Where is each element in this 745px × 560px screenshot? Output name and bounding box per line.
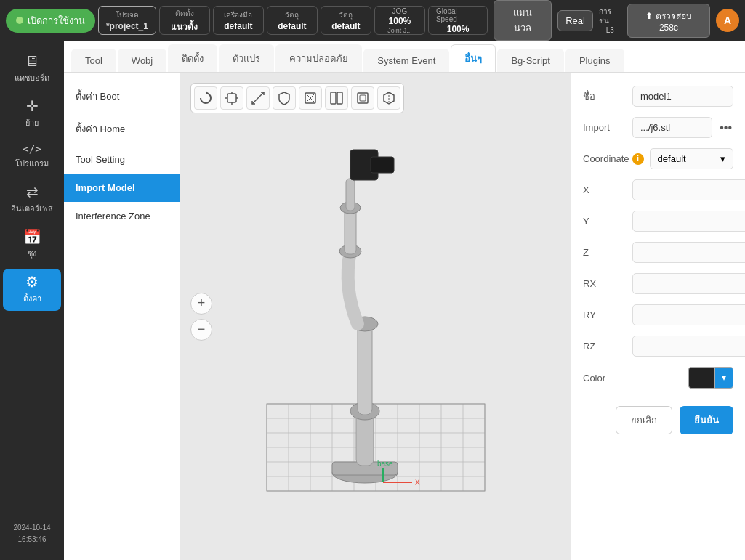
sidebar: 🖥 แดชบอร์ด ✛ ย้าย </> โปรแกรม ⇄ อินเตอร์…	[0, 41, 64, 560]
viewport-toolbar	[190, 83, 404, 113]
rz-label: RZ	[583, 341, 627, 352]
calendar-icon: 📅	[23, 230, 41, 244]
svg-rect-40	[345, 208, 356, 254]
menu-item-interference-zone[interactable]: Interference Zone	[64, 202, 180, 230]
project-label: โปรเจค	[116, 9, 139, 20]
menu-item-boot[interactable]: ตั้งค่า Boot	[64, 80, 180, 113]
import-dots[interactable]: •••	[718, 121, 733, 134]
svg-rect-11	[358, 93, 368, 103]
sidebar-item-schedule[interactable]: 📅 ซุง	[3, 224, 61, 266]
tab-variables[interactable]: ตัวแปร	[219, 44, 274, 72]
pan-tool-btn[interactable]	[220, 86, 243, 110]
settings-section: ติดตั้ง แนวตั้ง	[159, 6, 210, 35]
coordinate-info-badge: i	[632, 153, 644, 165]
export-icon: ⬆	[645, 11, 653, 21]
menu-item-import-model[interactable]: Import Model	[64, 174, 180, 202]
target-btn[interactable]	[377, 86, 400, 110]
open-button[interactable]: เปิดการใช้งาน	[6, 9, 95, 33]
tab-tool[interactable]: Tool	[71, 49, 116, 72]
tab-plugins[interactable]: Plugins	[565, 49, 624, 72]
color-dropdown-btn[interactable]: ▾	[714, 367, 733, 389]
sidebar-item-interface[interactable]: ⇄ อินเตอร์เฟส	[3, 179, 61, 221]
sidebar-label-interface: อินเตอร์เฟส	[11, 202, 53, 215]
sidebar-label-program: โปรแกรม	[15, 157, 49, 170]
import-row: Import .../j6.stl •••	[583, 117, 733, 138]
left-menu: ตั้งค่า Boot ตั้งค่า Home Tool Setting I…	[64, 73, 180, 560]
rz-row: RZ	[583, 336, 733, 357]
svg-rect-10	[337, 92, 342, 104]
cube-tool-btn[interactable]	[299, 86, 322, 110]
y-row: Y	[583, 211, 733, 232]
collision-label: การชน	[599, 7, 621, 25]
sidebar-item-program[interactable]: </> โปรแกรม	[3, 138, 61, 176]
topbar: เปิดการใช้งาน โปรเจค *project_1 ติดตั้ง …	[0, 0, 745, 41]
status-dot	[16, 17, 23, 24]
coordinate-label: Coordinate i	[583, 153, 644, 165]
y-label: Y	[583, 216, 627, 227]
tool-value: default	[224, 21, 252, 31]
tab-system-event[interactable]: System Event	[363, 49, 449, 72]
project-section[interactable]: โปรเจค *project_1	[98, 6, 156, 35]
tab-safety[interactable]: ความปลอดภัย	[275, 44, 362, 72]
shield-tool-btn[interactable]	[273, 86, 296, 110]
confirm-button[interactable]: ยืนยัน	[680, 406, 733, 434]
color-picker-group: ▾	[688, 367, 733, 389]
coordinate-row: Coordinate i default ▾	[583, 148, 733, 169]
sidebar-item-dashboard[interactable]: 🖥 แดชบอร์ด	[3, 48, 61, 90]
speed-value: default	[331, 21, 360, 31]
color-swatch[interactable]	[688, 367, 714, 389]
tab-other[interactable]: อื่นๆ	[451, 44, 496, 72]
collision-info: การชน L3	[599, 7, 621, 35]
open-button-label: เปิดการใช้งาน	[28, 13, 85, 28]
sidebar-bottom: 2024-10-14 16:53:46	[13, 516, 50, 560]
menu-item-tool-setting[interactable]: Tool Setting	[64, 145, 180, 174]
z-input[interactable]	[632, 242, 745, 263]
name-value: model1	[632, 86, 733, 107]
sidebar-item-move[interactable]: ✛ ย้าย	[3, 93, 61, 135]
ry-input[interactable]	[632, 304, 745, 325]
svg-line-5	[252, 92, 264, 104]
export-label: ตรวจสอบ 258c	[656, 11, 692, 33]
zoom-in-button[interactable]: +	[190, 293, 212, 315]
user-avatar[interactable]: A	[716, 9, 739, 32]
project-value: *project_1	[106, 21, 148, 31]
rotate-tool-btn[interactable]	[194, 86, 217, 110]
weight-section: วัตถุ default	[267, 6, 318, 35]
sidebar-label-settings: ตั้งค่า	[23, 292, 41, 305]
coordinate-select[interactable]: default ▾	[650, 148, 733, 169]
sidebar-item-settings[interactable]: ⚙ ตั้งค่า	[3, 269, 61, 311]
real-button[interactable]: Real	[557, 10, 593, 31]
settings-label: ติดตั้ง	[175, 8, 194, 19]
frame-btn[interactable]	[351, 86, 374, 110]
jog-label: JOG	[392, 7, 408, 15]
svg-text:X: X	[415, 479, 420, 487]
axis-tool-btn[interactable]	[246, 86, 270, 110]
menu-item-home[interactable]: ตั้งค่า Home	[64, 113, 180, 145]
bottom-buttons: ยกเลิก ยืนยัน	[583, 406, 733, 434]
weight-value: default	[278, 21, 306, 31]
sidebar-label-dashboard: แดชบอร์ด	[15, 71, 49, 84]
cancel-button[interactable]: ยกเลิก	[616, 406, 672, 434]
sidebar-label-move: ย้าย	[25, 116, 39, 129]
split-cube-btn[interactable]	[325, 86, 348, 110]
zoom-out-button[interactable]: −	[190, 319, 212, 341]
rz-input[interactable]	[632, 336, 745, 357]
tab-bg-script[interactable]: Bg-Script	[497, 49, 563, 72]
tool-section: เครื่องมือ default	[213, 6, 264, 35]
move-icon: ✛	[26, 99, 39, 113]
rx-input[interactable]	[632, 273, 745, 294]
jog-section: JOG 100% Joint J...	[374, 6, 425, 35]
viewport[interactable]: + −	[180, 73, 571, 560]
name-row: ชื่อ model1	[583, 86, 733, 107]
tab-wobj[interactable]: Wobj	[118, 49, 166, 72]
time-text: 16:53:46	[13, 534, 50, 545]
date-text: 2024-10-14	[13, 522, 50, 534]
manual-button[interactable]: แมนนวล	[494, 0, 552, 41]
y-input[interactable]	[632, 211, 745, 232]
svg-rect-42	[346, 179, 355, 211]
tab-settings[interactable]: ติดตั้ง	[168, 44, 217, 72]
export-button[interactable]: ⬆ ตรวจสอบ 258c	[627, 4, 710, 38]
x-input[interactable]	[632, 179, 745, 200]
z-label: Z	[583, 247, 627, 258]
global-label: Global Speed	[436, 7, 480, 23]
